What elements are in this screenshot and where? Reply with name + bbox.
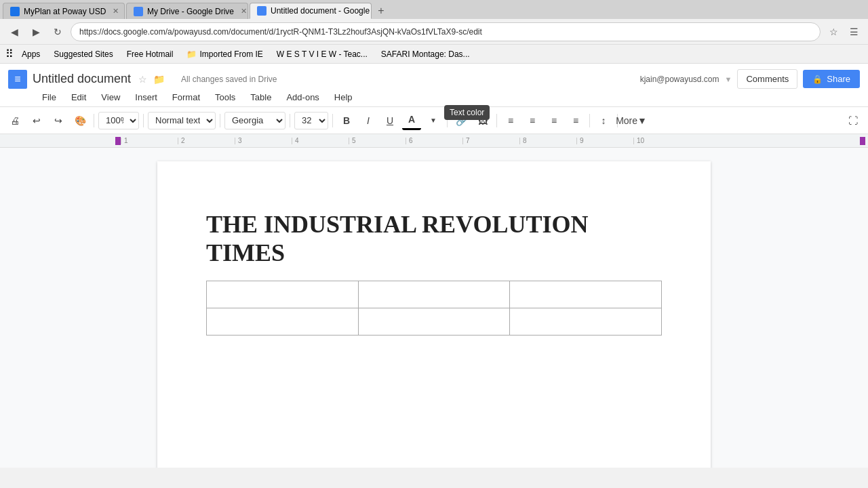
nav-bar: ◀ ▶ ↻ https://docs.google.com/a/powayusd…	[0, 19, 868, 45]
divider-7	[496, 114, 497, 127]
zoom-select[interactable]: 100%	[98, 112, 139, 129]
bookmark-star[interactable]: ☆	[825, 23, 842, 41]
docs-logo[interactable]: ≡	[8, 70, 27, 89]
bookmark-westview-label: W E S T V I E W - Teac...	[277, 49, 368, 59]
table-cell-2-3[interactable]	[510, 308, 662, 336]
bookmark-imported[interactable]: 📁 Imported From IE	[181, 48, 268, 60]
underline-button[interactable]: U	[380, 111, 399, 130]
tab-close-1[interactable]: ✕	[113, 7, 119, 16]
ruler-mark-8: 8	[519, 138, 576, 144]
menu-edit[interactable]: Edit	[64, 91, 93, 104]
doc-table	[206, 281, 662, 336]
docs-app: ≡ Untitled document ☆ 📁 All changes save…	[0, 64, 868, 468]
more-chevron: ▼	[637, 115, 647, 126]
divider-3	[220, 114, 220, 127]
star-icon[interactable]: ☆	[136, 73, 149, 85]
link-button[interactable]: 🔗	[452, 111, 471, 130]
bookmark-safari-label: SAFARI Montage: Das...	[381, 49, 470, 59]
new-tab-button[interactable]: +	[373, 3, 389, 19]
ruler-mark-7: 7	[462, 138, 519, 144]
bookmark-suggested-label: Suggested Sites	[54, 49, 113, 59]
bookmark-apps-label: Apps	[22, 49, 40, 59]
docs-header-top: ≡ Untitled document ☆ 📁 All changes save…	[8, 69, 860, 89]
italic-button[interactable]: I	[359, 111, 378, 130]
docs-title-icons: ☆ 📁	[136, 73, 165, 85]
text-color-button[interactable]: A	[402, 111, 421, 130]
menu-addons[interactable]: Add-ons	[279, 91, 326, 104]
docs-title[interactable]: Untitled document	[33, 72, 131, 86]
share-icon: 🔒	[812, 75, 823, 84]
align-center-button[interactable]: ≡	[523, 111, 542, 130]
table-cell-2-1[interactable]	[207, 308, 359, 336]
divider-1	[94, 114, 94, 127]
font-select[interactable]: Georgia	[224, 112, 285, 129]
tab-favicon-2	[134, 7, 143, 16]
tab-drive[interactable]: My Drive - Google Drive ✕	[126, 3, 248, 19]
align-justify-button[interactable]: ≡	[566, 111, 585, 130]
bold-button[interactable]: B	[337, 111, 356, 130]
style-select[interactable]: Normal text	[148, 112, 216, 129]
tab-docs[interactable]: Untitled document - Google ... ✕	[250, 3, 372, 19]
save-status: All changes saved in Drive	[181, 75, 277, 84]
ruler-left-margin[interactable]	[115, 137, 121, 145]
menu-tools[interactable]: Tools	[208, 91, 242, 104]
divider-4	[290, 114, 290, 127]
table-cell-1-3[interactable]	[510, 281, 662, 308]
tab-myplan[interactable]: MyPlan at Poway USD ✕	[3, 3, 125, 19]
back-button[interactable]: ◀	[5, 23, 23, 41]
expand-button[interactable]: ⛶	[844, 111, 863, 130]
share-label: Share	[827, 74, 850, 84]
redo-button[interactable]: ↪	[49, 111, 68, 130]
email-dropdown[interactable]: ▼	[725, 75, 732, 83]
bookmark-suggested[interactable]: Suggested Sites	[48, 48, 118, 60]
table-cell-1-1[interactable]	[207, 281, 359, 308]
refresh-button[interactable]: ↻	[49, 23, 66, 41]
menu-format[interactable]: Format	[165, 91, 207, 104]
table-cell-2-2[interactable]	[358, 308, 510, 336]
menu-help[interactable]: Help	[328, 91, 359, 104]
address-bar[interactable]: https://docs.google.com/a/powayusd.com/d…	[71, 22, 821, 41]
divider-5	[332, 114, 333, 127]
print-button[interactable]: 🖨	[5, 111, 24, 130]
apps-icon[interactable]: ⠿	[5, 47, 14, 60]
ruler-mark-1: 1	[121, 138, 178, 144]
menu-file[interactable]: File	[35, 91, 63, 104]
ruler-content: 1 2 3 4 5 6 7 8 9 10	[121, 138, 690, 144]
menu-button[interactable]: ☰	[845, 23, 863, 41]
share-button[interactable]: 🔒 Share	[803, 70, 860, 88]
tab-label-3: Untitled document - Google ...	[271, 6, 372, 16]
bookmark-westview[interactable]: W E S T V I E W - Teac...	[271, 48, 373, 60]
doc-title-text[interactable]: THE INDUSTRIAL REVOLUTION TIMES	[206, 210, 662, 267]
tab-close-2[interactable]: ✕	[241, 7, 247, 16]
address-text: https://docs.google.com/a/powayusd.com/d…	[79, 27, 482, 37]
docs-menubar: File Edit View Insert Format Tools Table…	[8, 91, 860, 106]
font-size-select[interactable]: 32	[294, 112, 328, 129]
menu-view[interactable]: View	[94, 91, 127, 104]
docs-header: ≡ Untitled document ☆ 📁 All changes save…	[0, 64, 868, 107]
line-spacing-button[interactable]: ↕	[594, 111, 613, 130]
doc-area[interactable]: THE INDUSTRIAL REVOLUTION TIMES	[0, 148, 868, 468]
bookmark-apps[interactable]: Apps	[16, 48, 45, 60]
text-color-dropdown[interactable]: ▼	[424, 111, 443, 130]
docs-header-right: kjain@powayusd.com ▼ Comments 🔒 Share	[640, 69, 860, 89]
more-label: More	[616, 115, 637, 126]
ruler-right-margin[interactable]	[860, 137, 865, 145]
menu-insert[interactable]: Insert	[128, 91, 164, 104]
menu-table[interactable]: Table	[243, 91, 278, 104]
bookmark-safari[interactable]: SAFARI Montage: Das...	[376, 48, 475, 60]
undo-button[interactable]: ↩	[27, 111, 46, 130]
bookmark-hotmail[interactable]: Free Hotmail	[121, 48, 179, 60]
tab-bar: MyPlan at Poway USD ✕ My Drive - Google …	[0, 0, 868, 19]
ruler-mark-9: 9	[576, 138, 633, 144]
image-button[interactable]: 🖼	[473, 111, 492, 130]
align-left-button[interactable]: ≡	[501, 111, 520, 130]
folder-icon[interactable]: 📁	[153, 73, 165, 85]
table-cell-1-2[interactable]	[358, 281, 510, 308]
forward-button[interactable]: ▶	[27, 23, 45, 41]
comments-button[interactable]: Comments	[737, 69, 797, 89]
align-right-button[interactable]: ≡	[545, 111, 564, 130]
ruler-mark-10: 10	[633, 138, 690, 144]
paint-format-button[interactable]: 🎨	[71, 111, 90, 130]
more-button[interactable]: More ▼	[622, 111, 641, 130]
user-email: kjain@powayusd.com	[640, 75, 719, 84]
